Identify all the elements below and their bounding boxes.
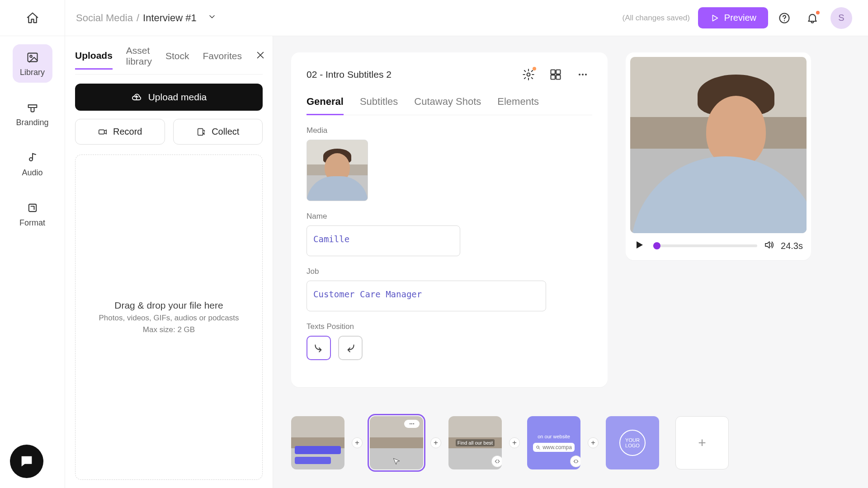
timeline: + ··· + Find all our best + on our websi… xyxy=(291,411,850,474)
svg-point-13 xyxy=(582,74,584,75)
clip-duration: 24.3s xyxy=(781,241,803,251)
clip-editor-card: 02 - Intro Subtitles 2 General Subtitles… xyxy=(291,52,608,387)
collect-label: Collect xyxy=(212,127,239,137)
svg-rect-9 xyxy=(556,70,560,74)
svg-point-14 xyxy=(585,74,587,75)
timeline-clip-2[interactable]: ··· xyxy=(370,416,423,469)
svg-point-3 xyxy=(30,55,32,57)
add-between-2[interactable]: + xyxy=(430,437,441,448)
clip-3-caption: Find all our best xyxy=(456,439,495,446)
timeline-clip-5[interactable]: YOUR LOGO xyxy=(606,416,659,469)
media-thumbnail[interactable] xyxy=(307,140,368,201)
breadcrumb-sep: / xyxy=(137,12,139,24)
library-tabs: Uploads Asset library Stock Favorites xyxy=(75,45,263,75)
left-rail: Library Branding Audio Format xyxy=(0,36,65,488)
rail-format[interactable]: Format xyxy=(13,195,52,233)
layout-icon xyxy=(549,68,562,81)
transition-icon[interactable] xyxy=(571,456,580,467)
close-panel-button[interactable] xyxy=(255,49,265,70)
rail-branding-label: Branding xyxy=(16,118,48,127)
texts-position-right[interactable] xyxy=(307,336,331,360)
autosave-status: (All changes saved) xyxy=(623,14,690,23)
play-icon xyxy=(634,239,645,250)
add-between-1[interactable]: + xyxy=(352,437,363,448)
notification-dot-icon xyxy=(816,11,820,14)
timeline-add-clip[interactable]: + xyxy=(675,416,729,469)
brush-icon xyxy=(26,101,39,114)
help-button[interactable] xyxy=(773,6,796,30)
settings-dot-icon xyxy=(533,67,536,70)
add-between-3[interactable]: + xyxy=(509,437,520,448)
svg-rect-5 xyxy=(99,130,104,134)
clip-4-caption: on our website xyxy=(538,434,570,439)
tab-asset-library[interactable]: Asset library xyxy=(126,45,152,74)
upload-media-button[interactable]: Upload media xyxy=(75,84,263,111)
timeline-clip-1[interactable] xyxy=(291,416,344,469)
notifications-button[interactable] xyxy=(801,6,824,30)
main-canvas: 02 - Intro Subtitles 2 General Subtitles… xyxy=(273,36,868,488)
volume-button[interactable] xyxy=(764,239,774,252)
name-label: Name xyxy=(307,212,592,221)
music-note-icon xyxy=(26,151,39,164)
cursor-icon xyxy=(392,457,401,466)
chat-icon xyxy=(19,454,34,469)
preview-button[interactable]: Preview xyxy=(698,7,768,28)
seek-knob[interactable] xyxy=(653,242,660,249)
tab-favorites[interactable]: Favorites xyxy=(203,51,242,69)
rail-library-label: Library xyxy=(20,68,45,77)
search-icon xyxy=(536,445,541,450)
clip-more-button[interactable] xyxy=(573,65,592,84)
clip-more-icon[interactable]: ··· xyxy=(404,420,420,428)
clip-layout-button[interactable] xyxy=(546,65,565,84)
help-icon xyxy=(778,12,791,24)
collect-icon xyxy=(196,127,206,137)
job-input[interactable] xyxy=(307,281,546,311)
texts-position-left[interactable] xyxy=(338,336,363,360)
chat-button[interactable] xyxy=(10,445,43,478)
svg-rect-4 xyxy=(28,204,36,211)
library-panel: Uploads Asset library Stock Favorites Up… xyxy=(65,36,273,488)
tab-subtitles[interactable]: Subtitles xyxy=(360,96,398,115)
timeline-clip-4[interactable]: on our website www.compa xyxy=(527,416,580,469)
record-label: Record xyxy=(113,127,142,137)
upload-media-label: Upload media xyxy=(148,92,207,103)
transition-icon[interactable] xyxy=(492,456,502,467)
rail-audio[interactable]: Audio xyxy=(13,145,52,183)
tab-uploads[interactable]: Uploads xyxy=(75,50,113,70)
upload-dropzone[interactable]: Drag & drop your file here Photos, video… xyxy=(75,155,263,480)
logo-placeholder: YOUR LOGO xyxy=(619,430,646,456)
svg-point-1 xyxy=(784,20,785,21)
dropzone-maxsize: Max size: 2 GB xyxy=(143,325,195,334)
clip-title: 02 - Intro Subtitles 2 xyxy=(307,69,392,80)
svg-point-15 xyxy=(537,446,539,448)
job-label: Job xyxy=(307,267,592,276)
preview-card: 24.3s xyxy=(626,52,811,260)
rail-format-label: Format xyxy=(19,218,45,228)
name-input[interactable] xyxy=(307,225,460,256)
rail-library[interactable]: Library xyxy=(13,44,52,83)
more-horizontal-icon xyxy=(576,68,589,81)
seek-bar[interactable] xyxy=(653,244,757,247)
add-between-4[interactable]: + xyxy=(588,437,599,448)
editor-tabs: General Subtitles Cutaway Shots Elements xyxy=(307,96,592,115)
rail-branding[interactable]: Branding xyxy=(13,94,52,133)
home-button[interactable] xyxy=(0,0,65,36)
play-button[interactable] xyxy=(634,239,646,252)
record-button[interactable]: Record xyxy=(75,119,165,145)
dropzone-title: Drag & drop your file here xyxy=(114,300,223,311)
dropzone-subtitle: Photos, videos, GIFs, audios or podcasts xyxy=(99,314,239,323)
preview-video[interactable] xyxy=(630,57,807,233)
chevron-down-icon[interactable] xyxy=(208,12,217,24)
clip-settings-button[interactable] xyxy=(519,65,538,84)
tab-elements[interactable]: Elements xyxy=(497,96,539,115)
tab-cutaway-shots[interactable]: Cutaway Shots xyxy=(414,96,481,115)
svg-rect-2 xyxy=(28,53,37,62)
svg-rect-6 xyxy=(198,128,203,135)
timeline-clip-3[interactable]: Find all our best xyxy=(448,416,502,469)
play-icon xyxy=(710,13,720,23)
breadcrumb[interactable]: Social Media / Interview #1 xyxy=(76,12,217,24)
collect-button[interactable]: Collect xyxy=(173,119,263,145)
user-avatar[interactable]: S xyxy=(830,7,852,29)
tab-stock[interactable]: Stock xyxy=(165,51,189,69)
tab-general[interactable]: General xyxy=(307,96,344,115)
